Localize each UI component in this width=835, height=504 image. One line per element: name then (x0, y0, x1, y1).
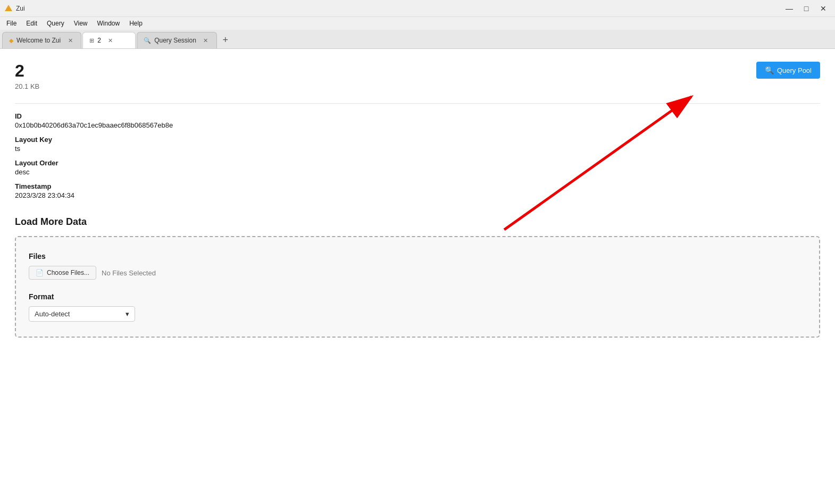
app-title: Zui (16, 5, 25, 12)
format-section: Format Auto-detect ▾ (29, 292, 806, 322)
choose-files-label: Choose Files... (47, 269, 89, 276)
chevron-down-icon: ▾ (126, 310, 129, 318)
pool-header: 2 20.1 KB 🔍 Query Pool (15, 62, 820, 90)
meta-layoutkey-row: Layout Key ts (15, 136, 820, 153)
pool2-tab-label: 2 (97, 37, 101, 44)
meta-layoutorder-label: Layout Order (15, 159, 820, 167)
meta-timestamp-value: 2023/3/28 23:04:34 (15, 191, 820, 199)
close-button[interactable]: ✕ (816, 3, 831, 14)
query-session-tab-label: Query Session (154, 37, 196, 44)
meta-timestamp-row: Timestamp 2023/3/28 23:04:34 (15, 182, 820, 199)
window-controls: — □ ✕ (782, 3, 831, 14)
query-pool-label: Query Pool (777, 66, 812, 74)
welcome-tab-icon: ◆ (9, 37, 13, 44)
pool2-tab-close[interactable]: ✕ (106, 36, 115, 45)
welcome-tab-label: Welcome to Zui (16, 37, 61, 44)
pool-size: 20.1 KB (15, 82, 39, 90)
pool-title-section: 2 20.1 KB (15, 62, 39, 90)
minimize-button[interactable]: — (782, 3, 797, 14)
meta-id-value: 0x10b0b40206d63a70c1ec9baaec6f8b068567eb… (15, 121, 820, 129)
no-files-text: No Files Selected (102, 269, 156, 277)
menu-item-window[interactable]: Window (93, 19, 124, 28)
meta-layoutkey-label: Layout Key (15, 136, 820, 144)
menu-item-edit[interactable]: Edit (22, 19, 41, 28)
meta-timestamp-label: Timestamp (15, 182, 820, 190)
meta-id-label: ID (15, 112, 820, 120)
menu-item-view[interactable]: View (70, 19, 92, 28)
menu-bar: FileEditQueryViewWindowHelp (0, 17, 835, 30)
tab-welcome[interactable]: ◆ Welcome to Zui ✕ (2, 32, 81, 48)
file-icon: 📄 (36, 269, 44, 276)
metadata-section: ID 0x10b0b40206d63a70c1ec9baaec6f8b06856… (15, 112, 820, 199)
divider (15, 103, 820, 104)
query-session-tab-icon: 🔍 (144, 37, 151, 44)
load-more-title: Load More Data (15, 216, 820, 228)
query-pool-button[interactable]: 🔍 Query Pool (756, 62, 820, 79)
format-select[interactable]: Auto-detect ▾ (29, 306, 135, 322)
pool-title: 2 (15, 62, 39, 80)
files-label: Files (29, 252, 806, 261)
menu-item-file[interactable]: File (2, 19, 21, 28)
load-more-section: Load More Data Files 📄 Choose Files... N… (15, 216, 820, 338)
meta-layoutkey-value: ts (15, 145, 820, 153)
title-bar: Zui — □ ✕ (0, 0, 835, 17)
query-session-tab-close[interactable]: ✕ (202, 36, 210, 45)
welcome-tab-close[interactable]: ✕ (66, 36, 74, 45)
add-tab-button[interactable]: + (218, 33, 233, 48)
app-icon (4, 4, 13, 13)
format-label: Format (29, 292, 806, 301)
pool2-tab-icon: ⊞ (89, 37, 94, 44)
file-row: 📄 Choose Files... No Files Selected (29, 266, 806, 280)
menu-item-help[interactable]: Help (125, 19, 147, 28)
main-content: 2 20.1 KB 🔍 Query Pool ID 0x10b0b40206d6… (0, 49, 835, 504)
tab-query-session[interactable]: 🔍 Query Session ✕ (137, 32, 217, 48)
choose-files-button[interactable]: 📄 Choose Files... (29, 266, 96, 280)
meta-layoutorder-value: desc (15, 168, 820, 176)
format-selected-value: Auto-detect (35, 310, 70, 318)
files-section: Files 📄 Choose Files... No Files Selecte… (29, 252, 806, 280)
tab-pool2[interactable]: ⊞ 2 ✕ (82, 32, 136, 48)
meta-layoutorder-row: Layout Order desc (15, 159, 820, 176)
maximize-button[interactable]: □ (799, 3, 814, 14)
menu-item-query[interactable]: Query (43, 19, 69, 28)
tab-bar: ◆ Welcome to Zui ✕ ⊞ 2 ✕ 🔍 Query Session… (0, 30, 835, 49)
load-more-box: Files 📄 Choose Files... No Files Selecte… (15, 236, 820, 338)
svg-marker-0 (5, 5, 12, 11)
search-icon: 🔍 (765, 66, 774, 74)
meta-id-row: ID 0x10b0b40206d63a70c1ec9baaec6f8b06856… (15, 112, 820, 129)
